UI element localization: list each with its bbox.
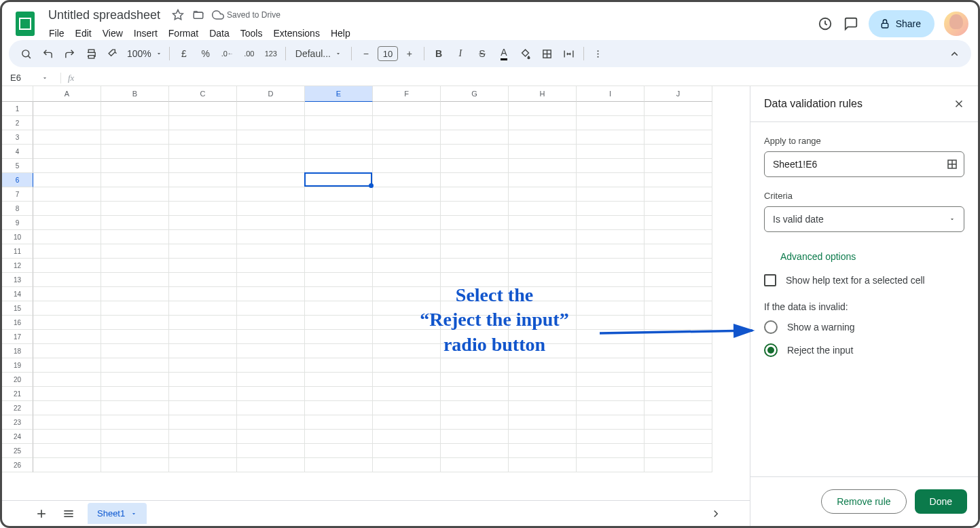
cell[interactable] [645, 316, 712, 330]
cell[interactable] [305, 102, 373, 116]
sheets-logo[interactable] [12, 10, 39, 37]
cell[interactable] [169, 373, 237, 387]
bold-icon[interactable]: B [429, 43, 449, 64]
cell[interactable] [101, 373, 169, 387]
cell[interactable] [509, 102, 577, 116]
cell[interactable] [101, 430, 169, 444]
all-sheets-icon[interactable] [60, 506, 77, 522]
cell[interactable] [237, 458, 305, 472]
cell[interactable] [169, 102, 237, 116]
cell[interactable] [441, 344, 509, 358]
cell[interactable] [373, 216, 441, 230]
cell[interactable] [509, 301, 577, 316]
row-header[interactable]: 13 [2, 273, 33, 287]
cell[interactable] [169, 430, 237, 444]
cell[interactable] [305, 387, 373, 401]
cell[interactable] [509, 330, 577, 344]
cell[interactable] [305, 358, 373, 373]
cell[interactable] [645, 387, 712, 401]
cell[interactable] [305, 330, 373, 344]
cell[interactable] [33, 415, 101, 430]
cell[interactable] [237, 259, 305, 273]
cell[interactable] [645, 202, 712, 216]
row-header[interactable]: 25 [2, 444, 33, 458]
cell[interactable] [577, 187, 645, 202]
cell[interactable] [33, 301, 101, 316]
cell[interactable] [373, 358, 441, 373]
cell[interactable] [237, 401, 305, 415]
cell[interactable] [169, 444, 237, 458]
cell[interactable] [373, 373, 441, 387]
cell[interactable] [645, 187, 712, 202]
cell[interactable] [441, 244, 509, 259]
cell[interactable] [305, 458, 373, 472]
row-header[interactable]: 11 [2, 244, 33, 259]
cell[interactable] [237, 102, 305, 116]
column-header[interactable]: H [509, 86, 577, 102]
cell[interactable] [169, 387, 237, 401]
cell[interactable] [101, 301, 169, 316]
row-header[interactable]: 21 [2, 387, 33, 401]
column-header[interactable]: D [237, 86, 305, 102]
menu-tools[interactable]: Tools [236, 25, 268, 41]
cell[interactable] [577, 330, 645, 344]
cell[interactable] [645, 358, 712, 373]
cell[interactable] [509, 202, 577, 216]
cell[interactable] [645, 216, 712, 230]
cell[interactable] [373, 173, 441, 187]
redo-icon[interactable] [59, 43, 79, 64]
cell[interactable] [305, 216, 373, 230]
cell[interactable] [305, 230, 373, 244]
cell[interactable] [169, 202, 237, 216]
cell[interactable] [169, 159, 237, 173]
advanced-options-toggle[interactable]: Advanced options [780, 251, 964, 262]
range-input[interactable] [773, 159, 946, 170]
cell[interactable] [237, 373, 305, 387]
cell[interactable] [101, 130, 169, 145]
cell[interactable] [441, 373, 509, 387]
close-icon[interactable] [951, 96, 967, 112]
done-button[interactable]: Done [915, 489, 967, 514]
cell[interactable] [169, 358, 237, 373]
cell[interactable] [577, 373, 645, 387]
cell[interactable] [101, 230, 169, 244]
cell[interactable] [577, 102, 645, 116]
cell[interactable] [441, 458, 509, 472]
cell[interactable] [577, 301, 645, 316]
cell[interactable] [237, 330, 305, 344]
cell[interactable] [509, 259, 577, 273]
cell[interactable] [373, 187, 441, 202]
format-123-button[interactable]: 123 [261, 43, 281, 64]
column-header[interactable]: B [101, 86, 169, 102]
cell[interactable] [237, 316, 305, 330]
cell[interactable] [101, 259, 169, 273]
cell[interactable] [509, 145, 577, 159]
cell[interactable] [577, 145, 645, 159]
paint-format-icon[interactable] [103, 43, 123, 64]
row-header[interactable]: 10 [2, 230, 33, 244]
cell[interactable] [441, 330, 509, 344]
cell[interactable] [169, 316, 237, 330]
cell[interactable] [101, 173, 169, 187]
column-header[interactable]: A [33, 86, 101, 102]
cell[interactable] [645, 344, 712, 358]
cell[interactable] [509, 401, 577, 415]
row-header[interactable]: 3 [2, 130, 33, 145]
cell[interactable] [373, 102, 441, 116]
cell[interactable] [373, 259, 441, 273]
comments-icon[interactable] [843, 16, 859, 32]
star-icon[interactable] [171, 8, 185, 22]
cell[interactable] [577, 216, 645, 230]
cell[interactable] [169, 415, 237, 430]
cell[interactable] [373, 415, 441, 430]
cell[interactable] [373, 430, 441, 444]
cell[interactable] [373, 301, 441, 316]
cell[interactable] [373, 458, 441, 472]
range-input-box[interactable] [764, 151, 964, 177]
cell[interactable] [645, 415, 712, 430]
cell[interactable] [237, 344, 305, 358]
account-avatar[interactable] [944, 12, 968, 36]
cell[interactable] [33, 273, 101, 287]
percent-button[interactable]: % [196, 43, 216, 64]
cell[interactable] [441, 145, 509, 159]
